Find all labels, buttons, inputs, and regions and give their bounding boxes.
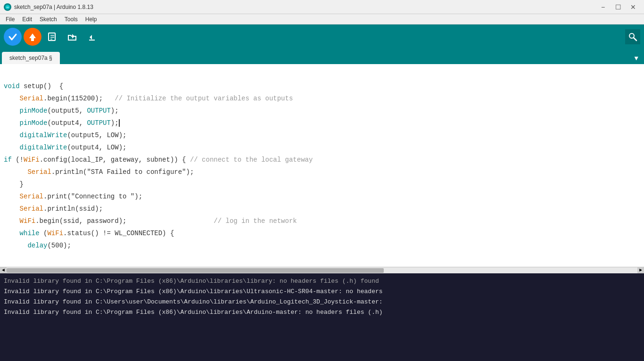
- menu-help[interactable]: Help: [82, 15, 101, 24]
- title-bar-left: ∞ sketch_sep07a | Arduino 1.8.13: [4, 3, 93, 11]
- serial-monitor-button[interactable]: [625, 29, 640, 44]
- toolbar: [0, 25, 644, 49]
- title-bar: ∞ sketch_sep07a | Arduino 1.8.13 − ☐ ✕: [0, 0, 644, 14]
- menu-file[interactable]: File: [2, 15, 18, 24]
- console-line-2: Invalid library found in C:\Users\user\D…: [4, 297, 640, 307]
- window-title: sketch_sep07a | Arduino 1.8.13: [14, 4, 93, 10]
- sketch-tab[interactable]: sketch_sep07a §: [2, 52, 60, 64]
- maximize-button[interactable]: ☐: [611, 2, 625, 12]
- svg-text:∞: ∞: [6, 5, 9, 9]
- menu-sketch[interactable]: Sketch: [36, 15, 61, 24]
- console-line-3: Invalid library found in C:\Program File…: [4, 307, 640, 318]
- svg-marker-7: [72, 34, 74, 39]
- menu-edit[interactable]: Edit: [18, 15, 36, 24]
- code-display: void setup() { Serial.begin(115200); // …: [4, 68, 644, 252]
- console-area: Invalid library found in C:\Program File…: [0, 273, 644, 361]
- console-line-0: Invalid library found in C:\Program File…: [4, 276, 640, 287]
- window-controls: − ☐ ✕: [596, 2, 640, 12]
- tab-bar: sketch_sep07a § ▼: [0, 49, 644, 64]
- verify-button[interactable]: [4, 28, 22, 46]
- svg-marker-8: [90, 35, 92, 40]
- menu-tools[interactable]: Tools: [61, 15, 82, 24]
- scroll-track[interactable]: [7, 268, 637, 273]
- upload-button[interactable]: [24, 28, 41, 46]
- close-button[interactable]: ✕: [626, 2, 640, 12]
- app-icon: ∞: [4, 3, 11, 11]
- svg-marker-2: [29, 33, 36, 41]
- console-line-1: Invalid library found in C:\Program File…: [4, 287, 640, 297]
- toolbar-right: [625, 29, 640, 44]
- scroll-right-arrow[interactable]: ►: [637, 267, 644, 274]
- new-button[interactable]: [43, 28, 61, 46]
- editor-area[interactable]: void setup() { Serial.begin(115200); // …: [0, 64, 644, 267]
- menu-bar: File Edit Sketch Tools Help: [0, 14, 644, 25]
- open-button[interactable]: [63, 28, 81, 46]
- scroll-thumb[interactable]: [7, 268, 384, 273]
- save-button[interactable]: [83, 28, 101, 46]
- svg-line-11: [634, 38, 636, 41]
- minimize-button[interactable]: −: [596, 2, 610, 12]
- main-layout: void setup() { Serial.begin(115200); // …: [0, 64, 644, 361]
- tab-dropdown[interactable]: ▼: [631, 53, 642, 64]
- horizontal-scrollbar[interactable]: ◄ ►: [0, 267, 644, 273]
- scroll-left-arrow[interactable]: ◄: [0, 267, 7, 274]
